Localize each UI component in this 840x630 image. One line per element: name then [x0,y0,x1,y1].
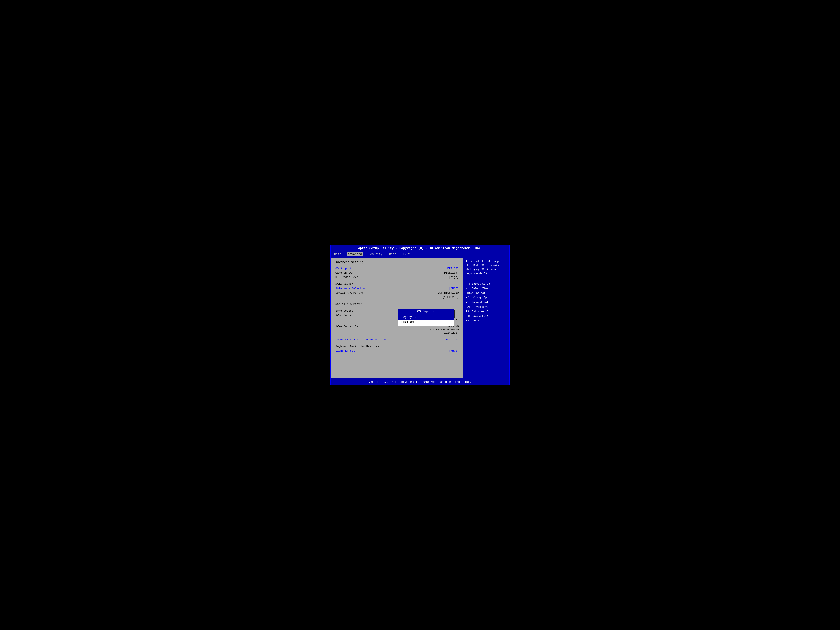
otp-power-label[interactable]: OTP Power Level [335,276,360,279]
popup-title: OS Support [398,309,454,314]
tab-security[interactable]: Security [367,252,384,256]
serial-ata-0-row: Serial ATA Port 0 HGST HTS541010 [335,291,459,294]
nvme-controller2-row: NVMe Controller SAMSUNG MZVLB1T0HALR-000… [335,325,459,335]
intel-virt-label[interactable]: Intel Virtualization Technology [335,338,386,341]
nvme-controller2-label: NVMe Controller [335,325,360,328]
wake-on-lan-label[interactable]: Wake on LAN [335,271,353,275]
keyboard-heading: Keyboard BackLight Features [335,345,379,348]
light-effect-label[interactable]: Light Effect [335,349,355,352]
wake-on-lan-row: Wake on LAN [Disabled] [335,271,459,275]
serial-ata-0-value: HGST HTS541010 [436,291,459,294]
bios-screen: Aptio Setup Utility – Copyright (C) 2018… [326,241,514,389]
intel-virt-value: [Enabled] [444,338,459,341]
otp-power-row: OTP Power Level [high] [335,276,459,279]
help-select-item: ↑↓: Select Item [466,287,506,291]
serial-ata-1-label: Serial ATA Port 1 [335,303,363,306]
bios-window: Aptio Setup Utility – Copyright (C) 2018… [330,245,510,385]
tab-exit[interactable]: Exit [402,252,411,256]
tab-main[interactable]: Main [333,252,343,256]
popup-box: OS Support Legacy OS UEFI OS [398,308,454,325]
help-divider [466,278,506,278]
os-support-popup: OS Support Legacy OS UEFI OS [398,308,454,325]
help-select-screen: →←: Select Scree [466,282,506,286]
sata-mode-value: [AHCI] [449,287,459,290]
nvme-model: MZVLB1T0HALR-00000 [429,328,459,331]
main-panel: Advanced Setting OS Support [UEFI OS] Wa… [331,257,463,378]
nvme-controller-label: NVMe Controller [335,314,360,317]
serial-ata-0-size: (1000.2GB) [442,295,459,299]
sata-mode-row: SATA Mode Selection [AHCI] [335,287,459,290]
os-support-row: OS Support [UEFI OS] [335,267,459,270]
footer-bar: Version 2.20.1271. Copyright (C) 2018 Am… [331,379,509,385]
nav-bar: Main Advanced Security Boot Exit [331,251,509,257]
serial-ata-0-label: Serial ATA Port 0 [335,291,363,294]
sata-mode-label[interactable]: SATA Mode Selection [335,287,366,290]
popup-item-uefi[interactable]: UEFI OS [398,320,454,325]
footer-text: Version 2.20.1271. Copyright (C) 2018 Am… [369,381,471,384]
section-heading: Advanced Setting [335,261,459,264]
help-f4: F4: Save & Exit [466,314,506,318]
content-wrapper: Advanced Setting OS Support [UEFI OS] Wa… [331,257,509,379]
help-change-opt: +/-: Change Opt [466,296,506,300]
help-f3: F3: Optimized D [466,310,506,314]
wake-on-lan-value: [Disabled] [442,271,459,275]
light-effect-row: Light Effect [Wave] [335,349,459,352]
tab-boot[interactable]: Boot [388,252,398,256]
right-panel-description: If select UEFI OS support UEFI Mode OS, … [466,260,506,276]
sata-device-row: SATA Device [335,283,459,286]
help-f1: F1: General Hel [466,301,506,305]
title-bar: Aptio Setup Utility – Copyright (C) 2018… [331,245,509,251]
os-support-value: [UEFI OS] [444,267,459,270]
serial-ata-0-size-row: (1000.2GB) [335,295,459,299]
right-panel-help: →←: Select Scree ↑↓: Select Item Enter: … [466,282,506,323]
help-f2: F2: Previous Va [466,305,506,309]
light-effect-value: [Wave] [449,349,459,352]
sata-device-label: SATA Device [335,283,353,286]
serial-ata-1-row: Serial ATA Port 1 [335,303,459,306]
keyboard-heading-row: Keyboard BackLight Features [335,345,459,348]
help-enter-select: Enter: Select [466,291,506,295]
tab-advanced[interactable]: Advanced [347,252,363,256]
right-panel: If select UEFI OS support UEFI Mode OS, … [463,257,509,378]
popup-item-legacy[interactable]: Legacy OS [398,314,454,320]
title-text: Aptio Setup Utility – Copyright (C) 2018… [358,246,482,250]
otp-power-value: [high] [449,276,459,279]
nvme-device-label: NVMe Device [335,309,353,313]
help-esc: ESC: Exit [466,319,506,323]
nvme-1024gb: (1024.2GB) [429,331,459,335]
intel-virt-row: Intel Virtualization Technology [Enabled… [335,338,459,341]
os-support-label[interactable]: OS Support [335,267,352,270]
